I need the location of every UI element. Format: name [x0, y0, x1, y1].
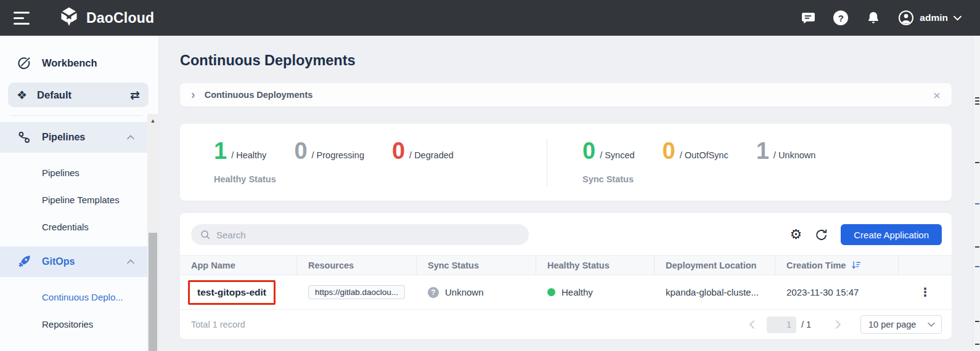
creation-time-label: Creation Time [786, 260, 846, 270]
username-label: admin [920, 12, 948, 23]
workspace-selector[interactable]: ❖ Default ⇄ [8, 83, 149, 107]
current-page-input[interactable]: 1 [767, 317, 796, 333]
sidebar-item-credentials[interactable]: Credentials [0, 213, 158, 240]
column-header-deployment-location[interactable]: Deployment Location [655, 256, 775, 275]
stat-degraded-value: 0 [392, 140, 405, 161]
total-records-label: Total 1 record [191, 320, 245, 329]
workspace-label: Default [37, 89, 71, 101]
resources-cell: https://gitlab.daoclou... [297, 285, 417, 299]
create-application-button[interactable]: Create Application [841, 224, 942, 245]
page-scrollbar[interactable] [973, 36, 980, 351]
column-header-creation-time[interactable]: Creation Time [775, 256, 899, 275]
stat-degraded: 0 / Degraded [392, 140, 454, 161]
sync-status-text: Unknown [445, 287, 484, 297]
applications-table-card: ⚙ Create Application App Name Resources … [180, 213, 952, 339]
stat-progressing-value: 0 [294, 140, 307, 161]
column-header-sync-status[interactable]: Sync Status [417, 256, 536, 275]
navbar-right: ? admin [800, 10, 962, 26]
healthy-dot-icon [547, 288, 555, 296]
stat-unknown: 1 / Unknown [756, 140, 816, 161]
table-header: App Name Resources Sync Status Healthy S… [180, 255, 952, 275]
sidebar-scrollbar[interactable]: ▲ [147, 114, 158, 351]
total-pages-label: / 1 [801, 320, 811, 329]
main-content: Continuous Deployments › Continuous Depl… [159, 36, 980, 351]
kebab-menu-icon[interactable]: ⋮ [920, 285, 931, 299]
sidebar-item-continuous-deployments[interactable]: Continuous Deplo... [0, 283, 158, 310]
page-title: Continuous Deployments [180, 52, 952, 69]
sidebar: Workbench ❖ Default ⇄ Pipelines Pipeline… [0, 36, 159, 351]
stat-synced: 0 / Synced [582, 140, 635, 161]
healthy-status-group: 1 / Healthy 0 / Progressing 0 / Degraded… [180, 124, 547, 201]
stat-outofsync-label: / OutOfSync [680, 150, 729, 161]
sidebar-item-repositories[interactable]: Repositories [0, 310, 158, 337]
table-row[interactable]: test-gitops-edit https://gitlab.daoclou.… [180, 275, 952, 310]
app-name-highlight[interactable]: test-gitops-edit [188, 280, 276, 305]
healthy-status-text: Healthy [561, 287, 593, 297]
column-header-healthy-status[interactable]: Healthy Status [536, 256, 655, 275]
sync-status-caption: Sync Status [582, 174, 952, 184]
gitops-group-label: GitOps [42, 256, 75, 267]
sync-status-group: 0 / Synced 0 / OutOfSync 1 / Unknown Syn… [547, 124, 952, 201]
user-menu[interactable]: admin [898, 10, 962, 26]
stat-outofsync-value: 0 [663, 140, 676, 161]
breadcrumb-label[interactable]: Continuous Deployments [205, 90, 313, 100]
rocket-icon [17, 254, 31, 269]
daocloud-logo-icon [58, 6, 80, 30]
stat-progressing-label: / Progressing [312, 150, 364, 161]
pipelines-group-label: Pipelines [42, 132, 85, 143]
app-name-cell[interactable]: test-gitops-edit [180, 280, 297, 305]
page-size-value: 10 per page [868, 320, 916, 329]
sort-descending-icon[interactable] [851, 260, 862, 270]
column-header-app-name[interactable]: App Name [180, 256, 297, 275]
sidebar-item-workbench[interactable]: Workbench [0, 49, 158, 76]
chevron-up-icon [127, 259, 134, 264]
bell-icon[interactable] [865, 10, 881, 26]
chat-icon[interactable] [800, 10, 816, 26]
breadcrumb: › Continuous Deployments × [180, 83, 952, 107]
page-size-select[interactable]: 10 per page [860, 315, 942, 334]
stat-healthy-label: / Healthy [231, 150, 266, 161]
top-navbar: DaoCloud ? admin [0, 0, 980, 36]
sidebar-item-pipeline-templates[interactable]: Pipeline Templates [0, 186, 158, 213]
next-page-icon[interactable] [835, 320, 842, 329]
chevron-down-icon [921, 322, 935, 327]
avatar-icon [898, 10, 914, 26]
swap-icon[interactable]: ⇄ [130, 88, 140, 102]
brand-name: DaoCloud [86, 10, 154, 26]
column-header-actions [899, 256, 952, 275]
close-icon[interactable]: × [933, 89, 941, 102]
brand[interactable]: DaoCloud [58, 6, 154, 30]
search-input[interactable] [216, 230, 520, 240]
workbench-label: Workbench [42, 57, 97, 69]
row-actions-cell: ⋮ [899, 285, 952, 299]
stat-synced-label: / Synced [600, 150, 634, 161]
sidebar-divider [10, 115, 142, 116]
hamburger-menu-icon[interactable] [14, 12, 30, 25]
stat-progressing: 0 / Progressing [294, 140, 364, 161]
help-icon[interactable]: ? [833, 10, 849, 26]
column-header-resources[interactable]: Resources [297, 256, 417, 275]
deployment-location-cell: kpanda-global-cluste... [655, 287, 775, 297]
sidebar-group-gitops[interactable]: GitOps [0, 246, 148, 277]
stat-unknown-value: 1 [756, 140, 769, 161]
gear-icon[interactable]: ⚙ [790, 228, 802, 241]
table-footer: Total 1 record 1 / 1 10 per page [180, 310, 952, 339]
search-box[interactable] [191, 224, 529, 245]
refresh-icon[interactable] [815, 228, 828, 241]
question-circle-icon: ? [428, 287, 439, 298]
sidebar-item-pipelines[interactable]: Pipelines [0, 159, 158, 186]
sync-status-cell: ? Unknown [417, 287, 536, 298]
workbench-icon [17, 55, 31, 70]
healthy-status-caption: Healthy Status [214, 174, 547, 184]
navbar-left: DaoCloud [14, 6, 154, 30]
creation-time-cell: 2023-11-30 15:47 [775, 287, 899, 297]
sidebar-group-pipelines[interactable]: Pipelines [0, 122, 148, 153]
table-toolbar: ⚙ Create Application [180, 213, 952, 245]
resource-url-chip[interactable]: https://gitlab.daoclou... [308, 285, 405, 299]
sidebar-scrollbar-thumb[interactable] [149, 233, 157, 351]
stat-outofsync: 0 / OutOfSync [663, 140, 729, 161]
diamond-icon: ❖ [17, 88, 27, 102]
chevron-up-icon [127, 135, 134, 140]
prev-page-icon[interactable] [748, 320, 756, 329]
scroll-up-arrow-icon[interactable]: ▲ [147, 118, 158, 124]
